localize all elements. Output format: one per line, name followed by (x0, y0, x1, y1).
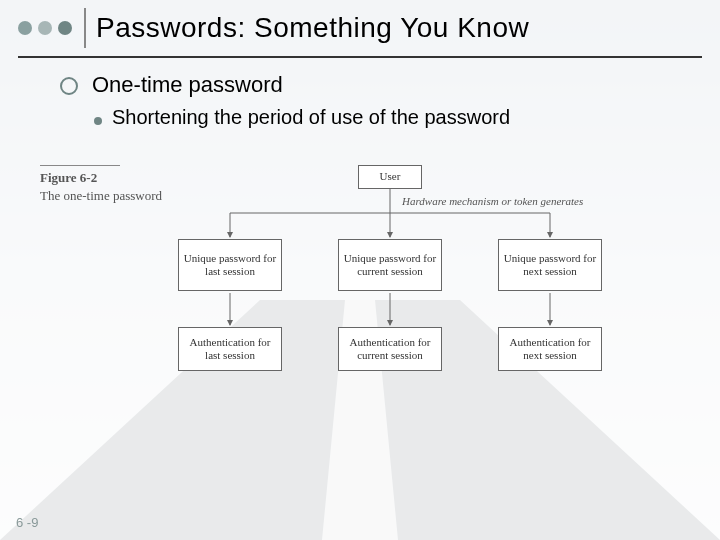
figure-area: Figure 6-2 The one-time password (0, 165, 720, 415)
diagram-node-pw-current: Unique password for current session (338, 239, 442, 291)
node-label: Authentication for next session (503, 336, 597, 362)
page-number: 6 -9 (16, 515, 38, 530)
node-label: User (380, 170, 401, 183)
slide-header: Passwords: Something You Know (0, 0, 720, 48)
bullet-text: Shortening the period of use of the pass… (112, 106, 510, 129)
bullet-level-1: One-time password (60, 72, 680, 98)
node-label: Unique password for current session (343, 252, 437, 278)
node-label: Unique password for last session (183, 252, 277, 278)
bullet-text: One-time password (92, 72, 283, 98)
diagram-node-auth-last: Authentication for last session (178, 327, 282, 371)
slide-title: Passwords: Something You Know (96, 12, 529, 44)
figure-caption-text: The one-time password (40, 188, 170, 204)
figure-caption: Figure 6-2 The one-time password (40, 165, 170, 415)
slide-body: One-time password Shortening the period … (0, 58, 720, 129)
diagram-node-user: User (358, 165, 422, 189)
dot-bullet-icon (94, 117, 102, 125)
node-label: Authentication for current session (343, 336, 437, 362)
decor-dot (58, 21, 72, 35)
diagram-node-auth-current: Authentication for current session (338, 327, 442, 371)
diagram-node-pw-last: Unique password for last session (178, 239, 282, 291)
figure-number: Figure 6-2 (40, 170, 170, 186)
decor-dot (18, 21, 32, 35)
header-divider (84, 8, 86, 48)
caption-divider (40, 165, 120, 166)
diagram-edge-label: Hardware mechanism or token generates (402, 195, 583, 207)
decor-dot (38, 21, 52, 35)
header-decor-dots (18, 21, 72, 35)
diagram: User Hardware mechanism or token generat… (170, 165, 610, 415)
circle-bullet-icon (60, 77, 78, 95)
node-label: Authentication for last session (183, 336, 277, 362)
node-label: Unique password for next session (503, 252, 597, 278)
diagram-node-pw-next: Unique password for next session (498, 239, 602, 291)
bullet-level-2: Shortening the period of use of the pass… (94, 106, 680, 129)
diagram-node-auth-next: Authentication for next session (498, 327, 602, 371)
